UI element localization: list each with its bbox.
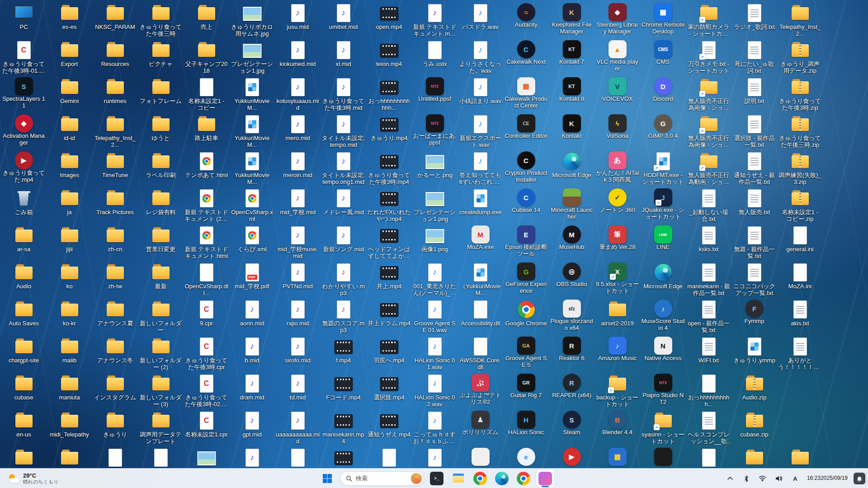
desktop[interactable]: { "desktop": { "columns": 18, "icons": [… (0, 0, 868, 488)
desktop-icon[interactable]: VVOICEVOX (594, 76, 640, 113)
desktop-icon[interactable]: umibet.mid (321, 2, 366, 39)
desktop-icon[interactable]: Accessibility.dll (458, 298, 503, 335)
desktop-icon[interactable]: NKSC_PARAM (92, 2, 138, 39)
desktop-icon[interactable]: 画像1.png (412, 224, 458, 261)
desktop-icon[interactable]: きゅうり食ってた午後3時.zip (777, 76, 823, 113)
desktop-icon[interactable]: ✓ノートン 360 (594, 187, 640, 224)
desktop-icon[interactable]: cubase (1, 372, 47, 409)
desktop-icon[interactable]: ♟ポリリリズム (458, 409, 503, 446)
desktop-icon[interactable]: アナウンス夏 (92, 298, 138, 335)
desktop-icon[interactable]: アナウンス冬 (92, 335, 138, 372)
desktop-icon[interactable]: ▲VLC media player (594, 39, 640, 76)
desktop-icon[interactable]: WIFI.txt (686, 335, 731, 372)
desktop-icon[interactable]: だれだFXいれたやつ.mp4 (366, 187, 412, 224)
desktop-icon[interactable]: 新しいフォルダー (138, 298, 184, 335)
desktop-icon[interactable]: jusu.mid (275, 2, 321, 39)
desktop-icon[interactable]: 小銭詰まり.wav (458, 76, 503, 113)
desktop-icon[interactable]: きゅうり_調声用データ.zip (777, 39, 823, 76)
desktop-icon[interactable]: sfzPlogue sforzando x64 (549, 298, 594, 335)
desktop-icon[interactable]: open - 親作品一覧.txt (686, 298, 731, 335)
desktop-icon[interactable]: 死にたい_ゅ歌詞.txt (731, 39, 777, 76)
desktop-icon[interactable]: レジ袋有料 (138, 187, 184, 224)
desktop-icon[interactable]: 通知うぜえ - 親作品一覧.txt (731, 150, 777, 187)
desktop-icon[interactable]: 名称未設定1 - コピー.zip (777, 187, 823, 224)
desktop-icon[interactable]: J↗JQuake.exe - ショートカット (640, 187, 686, 224)
desktop-icon[interactable]: ↗家の防犯カメラ - ショートカット (686, 2, 731, 39)
desktop-icon[interactable]: mid_学校.mid (275, 187, 321, 224)
desktop-icon[interactable]: ▦Chrome Remote Desktop (640, 2, 686, 39)
desktop-icon[interactable]: 新規ソング.mid (321, 224, 366, 261)
desktop-icon[interactable]: ゆうと (138, 113, 184, 150)
desktop-icon[interactable]: タイトル未設定.tempo.mid (321, 113, 366, 150)
desktop-icon[interactable]: きゅうり食ってた午後3時-02.cpr (184, 372, 229, 409)
desktop-icon[interactable]: かるーと.png (412, 150, 458, 187)
desktop-icon[interactable]: kotusytuaaus.mid (275, 76, 321, 113)
desktop-icon[interactable]: 筆筆まめ Ver.28 (594, 224, 640, 261)
ime-indicator[interactable]: A (789, 471, 801, 486)
desktop-icon[interactable]: ♪MuseScore Studio 4 (640, 298, 686, 335)
desktop-icon[interactable]: うみ.ustx (412, 39, 458, 76)
desktop-icon[interactable]: akis.txt (777, 298, 823, 335)
desktop-icon[interactable]: Telepathy_Inst_2... (777, 2, 823, 39)
desktop-icon[interactable]: dram.mid (229, 372, 275, 409)
desktop-icon[interactable]: ▦Cakewalk Product Center (503, 76, 549, 113)
desktop-icon[interactable]: CMSCMS (640, 39, 686, 76)
desktop-icon[interactable]: 新しいフォルダー (3) (138, 372, 184, 409)
desktop-icon[interactable]: 路上駐車 (184, 113, 229, 150)
desktop-icon[interactable]: ◆Steinberg Library Manager (594, 2, 640, 39)
desktop-icon[interactable]: タイトル未設定.tempo.ong1.mid (321, 150, 366, 187)
desktop-icon[interactable]: ϟVoiSona (594, 113, 640, 150)
desktop-icon[interactable]: Gemini (47, 76, 92, 113)
desktop-icon[interactable]: Microsoft Edge (549, 150, 594, 187)
desktop-icon[interactable]: Images (47, 150, 92, 187)
desktop-icon[interactable]: ↗無人販売不正行為画像 - ショートカツ... (686, 76, 731, 113)
show-desktop-button[interactable] (866, 471, 868, 485)
desktop-icon[interactable]: kiokumed.mid (275, 39, 321, 76)
desktop-icon[interactable]: f.mp4 (321, 335, 366, 372)
desktop-icon[interactable]: 営業日変更 (138, 224, 184, 261)
desktop-icon[interactable]: aorin.mid (229, 298, 275, 335)
desktop-icon[interactable]: ヘッドフォンはずしててよかった.mp4 (366, 224, 412, 261)
desktop-icon[interactable]: b.mid (229, 335, 275, 372)
desktop-icon[interactable]: LINELINE (640, 224, 686, 261)
desktop-icon[interactable]: SSpectraLayers 11 (1, 76, 47, 113)
desktop-icon[interactable]: 名称未設定1 - コピー (184, 76, 229, 113)
desktop-icon[interactable]: ラベル印刷 (138, 150, 184, 187)
desktop-icon[interactable]: 新規 テキストドキュメント.html (184, 224, 229, 261)
desktop-icon[interactable]: プレゼンテーション1.png (412, 187, 458, 224)
desktop-icon[interactable]: chatgpt-site (1, 335, 47, 372)
desktop-icon[interactable]: SSteam (549, 409, 594, 446)
desktop-icon[interactable]: X↗9.5.xlsx - ショートカット (594, 261, 640, 298)
desktop-icon[interactable]: きゅうり.mp4 (366, 113, 412, 150)
desktop-icon[interactable]: わかりやすい.mp3 (321, 261, 366, 298)
desktop-icon[interactable]: ↗syasinn - ショートカット (640, 409, 686, 446)
desktop-icon[interactable]: GRGuitar Rig 7 (503, 372, 549, 409)
desktop-icon[interactable]: きゅうりボカロ用サムネ.jpg (229, 2, 275, 39)
taskbar-app-pink-app[interactable] (536, 469, 554, 488)
desktop-icon[interactable]: HALion Sonic 01.wav (412, 335, 458, 372)
desktop-icon[interactable]: 井上ドラム.mp4 (366, 298, 412, 335)
desktop-icon[interactable]: FFymmp (731, 298, 777, 335)
desktop-icon[interactable]: CCakewalk Next (503, 39, 549, 76)
desktop-icon[interactable]: ごみ箱 (1, 187, 47, 224)
desktop-icon[interactable]: NT2おーばーまにあ.ppsf (412, 113, 458, 150)
desktop-icon[interactable]: ja (47, 187, 92, 224)
start-button[interactable] (318, 469, 336, 488)
volume-button[interactable] (773, 471, 785, 486)
desktop-icon[interactable]: プレゼンテーション1.jpg (229, 39, 275, 76)
desktop-icon[interactable]: Audio.zip (731, 372, 777, 409)
network-button[interactable] (757, 471, 769, 486)
desktop-icon[interactable]: MoZA.ini (777, 261, 823, 298)
desktop-icon[interactable]: GGeForce Experience (503, 261, 549, 298)
desktop-icon[interactable]: HHALion Sonic (503, 409, 549, 446)
desktop-icon[interactable]: 選択肢 - 親作品一覧.txt (731, 113, 777, 150)
desktop-icon[interactable]: YukkuriMovieM... (229, 150, 275, 187)
desktop-icon[interactable]: GGIMP 3.0.4 (640, 113, 686, 150)
desktop-icon[interactable]: ◆Activation Manager (1, 113, 47, 150)
desktop-icon[interactable]: general.ini (777, 224, 823, 261)
desktop-icon[interactable]: きゅうり食ってた午後三時.zip (777, 113, 823, 150)
weather-widget-button[interactable]: 29°C 晴れのちくもり (5, 469, 62, 488)
desktop-icon[interactable]: おっhhhhhhhhhh... (686, 372, 731, 409)
desktop-icon[interactable]: NNative Access (640, 335, 686, 372)
desktop-icon[interactable]: OpenCvSharp.dll... (184, 261, 229, 298)
